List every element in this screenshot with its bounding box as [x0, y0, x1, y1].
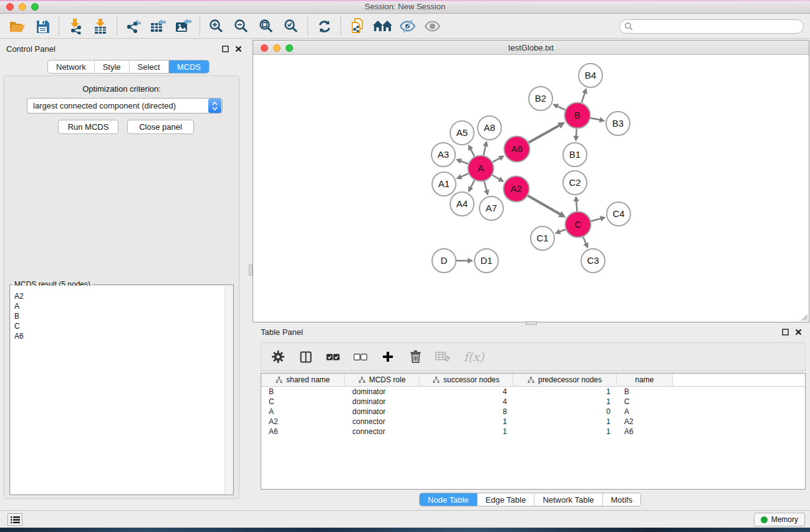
tab-mcds[interactable]: MCDS: [168, 60, 209, 73]
list-item[interactable]: A2: [11, 291, 224, 301]
function-builder-button[interactable]: f(x): [460, 346, 488, 367]
network-canvas[interactable]: AA1A2A3A4A5A6A7A8BB1B2B3B4CC1C2C3C4DD1: [253, 55, 809, 322]
cell-shared-name[interactable]: A: [261, 407, 345, 416]
search-field[interactable]: [619, 19, 804, 34]
delete-table-button[interactable]: [432, 346, 453, 367]
column-header-predecessor-nodes[interactable]: predecessor nodes: [513, 374, 617, 386]
graph-node-A6[interactable]: A6: [504, 137, 530, 162]
show-annotations-button[interactable]: [420, 16, 445, 37]
cell-mcds-role[interactable]: dominator: [345, 407, 420, 416]
graph-edge[interactable]: [493, 158, 500, 162]
import-table-button[interactable]: [88, 16, 113, 37]
tab-motifs[interactable]: Motifs: [602, 493, 641, 506]
close-panel-icon[interactable]: [795, 329, 802, 336]
show-columns-button[interactable]: [295, 346, 316, 367]
graph-node-A2[interactable]: A2: [504, 177, 529, 202]
list-item[interactable]: A6: [11, 331, 224, 341]
cell-name[interactable]: B: [617, 387, 673, 396]
mcds-result-list[interactable]: A2 A B C A6: [11, 286, 224, 494]
graph-node-C1[interactable]: C1: [531, 226, 554, 250]
table-row[interactable]: A2 connector 1 1 A2: [261, 417, 805, 427]
graph-edge[interactable]: [485, 181, 487, 191]
graph-node-A1[interactable]: A1: [432, 172, 456, 196]
close-panel-icon[interactable]: [235, 46, 242, 52]
cell-name[interactable]: C: [617, 397, 673, 406]
graph-edge[interactable]: [471, 149, 475, 157]
tab-network-table[interactable]: Network Table: [534, 493, 602, 506]
create-column-button[interactable]: [377, 346, 398, 367]
table-row[interactable]: B dominator 4 1 B: [261, 387, 805, 397]
tab-network[interactable]: Network: [48, 60, 94, 73]
graph-node-A5[interactable]: A5: [450, 121, 474, 145]
horizontal-splitter-handle[interactable]: [526, 321, 537, 325]
graph-edge[interactable]: [528, 196, 561, 215]
delete-column-button[interactable]: [405, 346, 426, 367]
tab-node-table[interactable]: Node Table: [420, 493, 477, 506]
graph-node-B4[interactable]: B4: [579, 64, 602, 87]
cell-predecessor-nodes[interactable]: 1: [513, 387, 617, 396]
zoom-selected-button[interactable]: [279, 16, 304, 37]
graph-node-A7[interactable]: A7: [480, 196, 503, 220]
list-item[interactable]: A: [11, 301, 224, 311]
graph-node-D[interactable]: D: [432, 249, 456, 273]
graph-node-B3[interactable]: B3: [606, 112, 630, 135]
cell-predecessor-nodes[interactable]: 0: [513, 407, 617, 416]
export-image-button[interactable]: [171, 16, 196, 37]
graph-node-C2[interactable]: C2: [563, 171, 587, 195]
cell-mcds-role[interactable]: dominator: [345, 387, 420, 396]
table-settings-button[interactable]: [268, 346, 289, 367]
cell-mcds-role[interactable]: connector: [345, 417, 420, 426]
graph-edge[interactable]: [583, 237, 586, 244]
graph-node-A3[interactable]: A3: [432, 143, 455, 167]
graph-node-B2[interactable]: B2: [529, 87, 552, 110]
graph-edge[interactable]: [582, 93, 585, 103]
column-header-shared-name[interactable]: shared name: [261, 374, 345, 386]
clone-network-button[interactable]: [345, 16, 370, 37]
run-mcds-button[interactable]: Run MCDS: [58, 120, 118, 134]
cell-successor-nodes[interactable]: 8: [420, 407, 513, 416]
column-header-mcds-role[interactable]: MCDS role: [345, 374, 420, 386]
export-network-button[interactable]: [121, 16, 146, 37]
hide-annotations-button[interactable]: [395, 16, 420, 37]
cell-name[interactable]: A: [617, 407, 673, 416]
graph-node-B1[interactable]: B1: [563, 143, 587, 167]
cell-successor-nodes[interactable]: 4: [420, 397, 513, 406]
graph-edge[interactable]: [576, 128, 577, 137]
graph-node-D1[interactable]: D1: [475, 249, 498, 273]
cell-name[interactable]: A2: [617, 417, 673, 426]
zoom-out-button[interactable]: [229, 16, 254, 37]
cell-mcds-role[interactable]: connector: [345, 427, 420, 436]
save-session-button[interactable]: [30, 16, 55, 37]
cell-shared-name[interactable]: A6: [261, 427, 345, 436]
memory-button[interactable]: Memory: [754, 513, 805, 526]
graph-edge[interactable]: [471, 180, 475, 188]
column-header-name[interactable]: name: [617, 374, 673, 386]
select-all-button[interactable]: [322, 346, 344, 367]
tab-style[interactable]: Style: [94, 60, 129, 73]
list-item[interactable]: B: [11, 311, 224, 321]
export-table-button[interactable]: [146, 16, 171, 37]
tab-edge-table[interactable]: Edge Table: [477, 493, 534, 506]
graph-edge[interactable]: [576, 201, 577, 211]
graph-node-C[interactable]: C: [566, 212, 591, 238]
zoom-in-button[interactable]: [204, 16, 229, 37]
cell-predecessor-nodes[interactable]: 1: [513, 397, 617, 406]
cell-shared-name[interactable]: C: [261, 397, 345, 406]
zoom-fit-button[interactable]: [254, 16, 279, 37]
graph-node-C3[interactable]: C3: [581, 249, 605, 273]
network-window-titlebar[interactable]: testGlobe.txt: [253, 41, 809, 55]
cell-successor-nodes[interactable]: 4: [420, 387, 513, 396]
graph-edge[interactable]: [591, 218, 601, 221]
task-history-button[interactable]: [7, 513, 22, 526]
graph-node-B[interactable]: B: [565, 103, 591, 128]
cell-successor-nodes[interactable]: 1: [420, 427, 513, 436]
graph-edge[interactable]: [557, 106, 565, 110]
import-network-button[interactable]: [63, 16, 88, 37]
vertical-splitter-handle[interactable]: [249, 264, 253, 276]
graph-edge[interactable]: [493, 175, 500, 180]
resize-grip-icon[interactable]: [800, 313, 808, 321]
scrollbar[interactable]: [224, 286, 233, 494]
graph-edge[interactable]: [559, 230, 566, 232]
tab-select[interactable]: Select: [129, 60, 168, 73]
deselect-all-button[interactable]: [350, 346, 371, 367]
